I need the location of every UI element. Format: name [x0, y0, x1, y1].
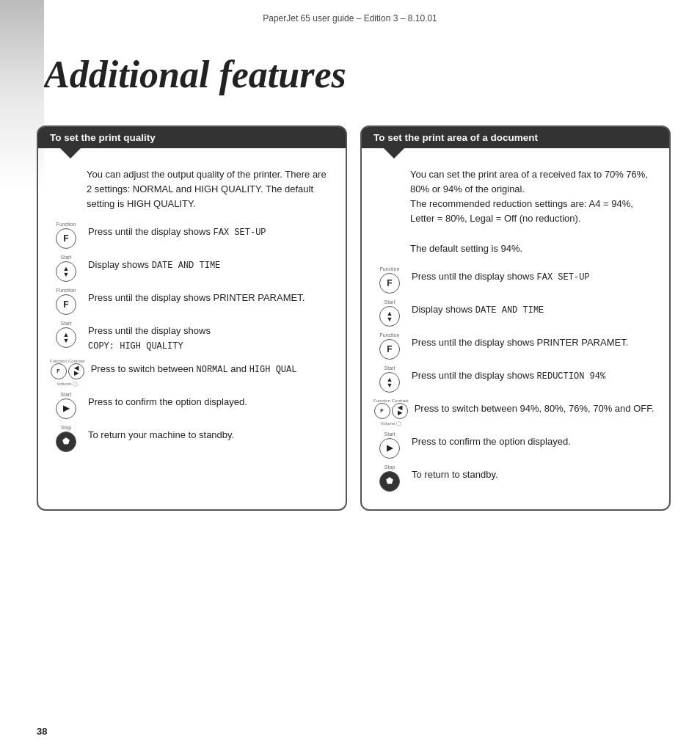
left-box: To set the print quality You can adjust … [37, 125, 347, 511]
right-step-5-text: Press to switch between 94%, 80%, 76%, 7… [415, 398, 657, 416]
right-box-header: To set the print area of a document [362, 127, 669, 148]
two-column-layout: To set the print quality You can adjust … [0, 125, 700, 540]
function-icon-1: F [56, 228, 76, 249]
left-box-arrow [60, 148, 81, 159]
start-icon-1: ▶ [56, 398, 76, 419]
left-step-7: Stop ⬟ To return your machine to standby… [50, 425, 334, 452]
nav-icon-2: ▲ ▼ [56, 327, 76, 348]
r-start-icon: ▶ [379, 438, 400, 459]
left-step-6: Start ▶ Press to confirm the option disp… [50, 392, 334, 419]
right-step-2: Start ▲ ▼ Display shows DATE AND TIME [373, 299, 657, 327]
right-step-4-icon: Start ▲ ▼ [373, 365, 406, 393]
right-step-4-text: Press until the display shows REDUCTION … [412, 365, 657, 383]
right-step-7-text: To return to standby. [412, 465, 657, 482]
left-step-7-text: To return your machine to standby. [88, 425, 334, 443]
left-step-3-text: Press until the display shows PRINTER PA… [88, 288, 334, 305]
right-step-2-icon: Start ▲ ▼ [373, 299, 406, 327]
left-step-6-text: Press to confirm the option displayed. [88, 392, 334, 409]
page-header: PaperJet 65 user guide – Edition 3 – 8.1… [0, 0, 700, 31]
right-step-3-text: Press until the display shows PRINTER PA… [412, 332, 657, 350]
r-contrast-small-icon: ◀ ▶ [392, 403, 408, 419]
left-step-4-text: Press until the display showsCOPY: HIGH … [88, 321, 334, 353]
right-step-3-icon: Function F [373, 332, 406, 360]
right-step-1-text: Press until the display shows FAX SET-UP [412, 266, 657, 284]
left-step-2-icon: Start ▲ ▼ [50, 255, 82, 282]
nav-icon-1: ▲ ▼ [56, 261, 76, 282]
left-step-5-text: Press to switch between NORMAL and HIGH … [91, 359, 334, 376]
r-function-icon-2: F [379, 339, 400, 360]
left-box-content: You can adjust the output quality of the… [38, 159, 346, 470]
left-step-3-icon: Function F [50, 288, 82, 315]
page-number: 38 [37, 726, 47, 737]
right-step-2-text: Display shows DATE AND TIME [412, 299, 657, 317]
left-step-1: Function F Press until the display shows… [50, 222, 334, 249]
left-step-5-icon: Function F Contrast ◀ ▶ [50, 359, 85, 386]
function-small-icon: F [51, 363, 67, 379]
right-box-arrow [384, 148, 404, 159]
right-step-6-text: Press to confirm the option displayed. [412, 432, 657, 449]
r-function-icon-1: F [379, 273, 400, 294]
right-box-intro: You can set the print area of a received… [410, 167, 657, 256]
right-step-6-icon: Start ▶ [373, 432, 406, 459]
right-box-content: You can set the print area of a received… [362, 159, 669, 509]
stop-icon-1: ⬟ [56, 432, 76, 452]
right-step-7-icon: Stop ⬟ [373, 465, 406, 492]
right-step-1-icon: Function F [373, 266, 406, 294]
right-step-6: Start ▶ Press to confirm the option disp… [373, 432, 657, 459]
r-stop-icon: ⬟ [379, 471, 400, 492]
left-step-1-icon: Function F [50, 222, 82, 249]
right-step-1: Function F Press until the display shows… [373, 266, 657, 294]
left-step-7-icon: Stop ⬟ [50, 425, 82, 452]
right-step-5: Function F Contrast ◀ ▶ [373, 398, 657, 426]
right-step-4: Start ▲ ▼ Press until the display shows … [373, 365, 657, 393]
right-step-7: Stop ⬟ To return to standby. [373, 465, 657, 492]
right-step-3: Function F Press until the display shows… [373, 332, 657, 360]
right-step-5-icon: Function F Contrast ◀ ▶ [373, 398, 409, 426]
left-box-header: To set the print quality [38, 127, 346, 148]
left-box-intro: You can adjust the output quality of the… [87, 167, 334, 211]
left-step-2: Start ▲ ▼ Display shows DATE AND TIME [50, 255, 334, 282]
header-title: PaperJet 65 user guide – Edition 3 – 8.1… [263, 13, 437, 23]
function-icon-2: F [56, 294, 76, 315]
left-step-1-text: Press until the display shows FAX SET-UP [88, 222, 334, 239]
left-step-2-text: Display shows DATE AND TIME [88, 255, 334, 272]
r-function-small-icon: F [374, 403, 390, 419]
left-step-3: Function F Press until the display shows… [50, 288, 334, 315]
contrast-small-icon: ◀ ▶ [68, 363, 84, 379]
left-step-6-icon: Start ▶ [50, 392, 82, 419]
r-nav-icon-1: ▲ ▼ [379, 306, 400, 327]
left-step-5: Function F Contrast ◀ ▶ [50, 359, 334, 386]
r-nav-icon-2: ▲ ▼ [379, 372, 400, 393]
left-step-4-icon: Start ▲ ▼ [50, 321, 82, 348]
page-title: Additional features [0, 31, 700, 125]
right-box: To set the print area of a document You … [360, 125, 671, 511]
left-step-4: Start ▲ ▼ Press until the display showsC… [50, 321, 334, 353]
